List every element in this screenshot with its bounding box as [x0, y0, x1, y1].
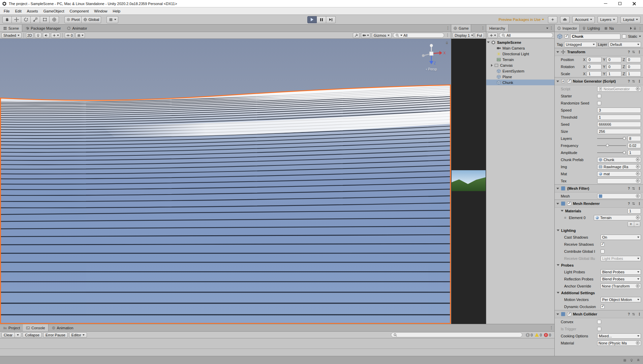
slider-knob[interactable] — [623, 137, 626, 140]
amplitude-field[interactable]: 1 — [627, 150, 641, 155]
frequency-slider[interactable] — [597, 143, 626, 148]
tab-lighting[interactable]: Lighting — [580, 25, 602, 32]
collapse-toggle[interactable]: Collapse — [23, 332, 42, 338]
mat-field[interactable]: mat — [597, 171, 641, 177]
preset-icon[interactable] — [632, 186, 636, 190]
lock-icon[interactable] — [633, 26, 637, 30]
object-picker-icon[interactable] — [636, 216, 640, 219]
tab-game[interactable]: Game — [451, 25, 471, 32]
cooking-options-dropdown[interactable]: Mixed... — [597, 333, 641, 339]
tag-dropdown[interactable]: Untagged — [564, 42, 596, 47]
info-filter-toggle[interactable]: 0 — [526, 333, 533, 337]
foldout-icon[interactable] — [491, 64, 493, 67]
help-icon[interactable] — [628, 79, 630, 83]
chevron-down-icon[interactable] — [639, 36, 641, 37]
aspect-dropdown[interactable]: Ful — [475, 33, 484, 38]
notification-bell-icon[interactable] — [636, 358, 640, 362]
help-icon[interactable] — [628, 50, 630, 54]
console-search[interactable] — [391, 332, 522, 337]
scale-tool-button[interactable] — [31, 16, 40, 23]
play-button[interactable] — [307, 16, 317, 23]
menu-gameobject[interactable]: GameObject — [41, 8, 67, 14]
preset-icon[interactable] — [632, 79, 636, 83]
position-x-field[interactable]: 0 — [587, 57, 602, 62]
object-picker-icon[interactable] — [636, 179, 640, 183]
drag-handle-icon[interactable] — [564, 216, 568, 220]
panel-menu-icon[interactable] — [549, 326, 553, 330]
anchor-override-field[interactable]: None (Transform — [601, 283, 641, 289]
materials-foldout[interactable]: Materials 1 — [555, 208, 643, 214]
menu-edit[interactable]: Edit — [12, 8, 24, 14]
hierarchy-item-terrain[interactable]: Terrain — [486, 57, 554, 62]
materials-count-field[interactable]: 1 — [627, 208, 641, 214]
speed-field[interactable]: 3 — [597, 108, 641, 113]
light-probes-dropdown[interactable]: Blend Probes — [601, 269, 641, 275]
grid-snap-button[interactable] — [106, 16, 118, 23]
randomize-seed-checkbox[interactable] — [597, 101, 601, 105]
tab-inspector[interactable]: Inspector — [555, 25, 580, 32]
object-picker-icon[interactable] — [636, 165, 640, 169]
console-search-input[interactable] — [398, 333, 520, 337]
scene-lighting-toggle[interactable] — [35, 33, 41, 38]
mesh-collider-header[interactable]: Mesh Collider — [555, 310, 643, 318]
account-dropdown[interactable]: Account — [572, 16, 595, 23]
tex-field[interactable] — [597, 178, 641, 184]
receive-shadows-checkbox[interactable] — [601, 242, 605, 246]
object-picker-icon[interactable] — [636, 284, 640, 288]
rotation-x-field[interactable]: 0 — [587, 64, 602, 69]
preview-packages-button[interactable]: Preview Packages in Use — [497, 16, 545, 23]
menu-component[interactable]: Component — [67, 8, 91, 14]
move-tool-button[interactable] — [12, 16, 21, 23]
hierarchy-scene-row[interactable]: SampleScene — [486, 39, 554, 45]
scale-y-field[interactable]: 1 — [607, 71, 621, 77]
component-enabled-checkbox[interactable] — [567, 312, 571, 316]
help-icon[interactable] — [628, 186, 630, 190]
seed-field[interactable]: 666666 — [597, 122, 641, 127]
rotation-z-field[interactable]: 0 — [626, 64, 641, 69]
hierarchy-item-canvas[interactable]: Canvas — [486, 62, 554, 68]
tab-animator[interactable]: Animator — [64, 25, 90, 32]
game-view[interactable] — [451, 39, 486, 324]
component-menu-icon[interactable] — [637, 202, 641, 206]
editor-dropdown[interactable]: Editor — [69, 332, 87, 338]
2d-toggle[interactable]: 2D — [26, 33, 33, 38]
object-picker-icon[interactable] — [636, 172, 640, 176]
probes-foldout[interactable]: Probes — [555, 262, 643, 268]
transform-header[interactable]: Transform — [555, 48, 643, 56]
slider-knob[interactable] — [623, 151, 626, 154]
hierarchy-item-chunk[interactable]: Chunk — [486, 80, 554, 85]
preset-icon[interactable] — [632, 312, 636, 316]
scene-visibility-toggle[interactable]: 0 — [65, 33, 74, 38]
hierarchy-item-directional-light[interactable]: Directional Light — [486, 51, 554, 57]
help-icon[interactable] — [628, 312, 630, 316]
scene-audio-toggle[interactable] — [43, 33, 50, 38]
rotate-tool-button[interactable] — [21, 16, 31, 23]
cast-shadows-dropdown[interactable]: On — [601, 235, 641, 240]
size-field[interactable]: 256 — [597, 129, 641, 134]
layers-dropdown[interactable]: Layers — [598, 16, 618, 23]
foldout-icon[interactable] — [556, 313, 559, 315]
error-pause-toggle[interactable]: Error Pause — [43, 332, 68, 338]
active-checkbox[interactable] — [564, 34, 569, 38]
convex-checkbox[interactable] — [597, 320, 601, 324]
hierarchy-item-plane[interactable]: Plane — [486, 74, 554, 80]
console-log-area[interactable] — [0, 338, 554, 356]
error-filter-toggle[interactable]: 0 — [544, 333, 551, 337]
menu-help[interactable]: Help — [110, 8, 123, 14]
global-toggle[interactable]: Global — [82, 16, 101, 23]
mesh-filter-header[interactable]: (Mesh Filter) — [555, 184, 643, 192]
pause-button[interactable] — [317, 16, 326, 23]
noise-generator-header[interactable]: Noise Generator (Script) — [555, 77, 643, 85]
panel-menu-icon[interactable] — [549, 26, 553, 30]
dynamic-occlusion-checkbox[interactable] — [601, 305, 605, 309]
foldout-icon[interactable] — [556, 203, 559, 205]
warning-filter-toggle[interactable]: 0 — [535, 333, 542, 337]
tab-project[interactable]: Project — [0, 324, 23, 331]
tab-console[interactable]: Console — [23, 324, 48, 331]
object-picker-icon[interactable] — [636, 87, 640, 91]
foldout-icon[interactable] — [487, 41, 490, 43]
grid-status-icon[interactable] — [623, 358, 627, 362]
position-z-field[interactable]: 0 — [626, 57, 641, 62]
object-picker-icon[interactable] — [636, 341, 640, 345]
frequency-field[interactable]: 0.02 — [627, 143, 641, 148]
